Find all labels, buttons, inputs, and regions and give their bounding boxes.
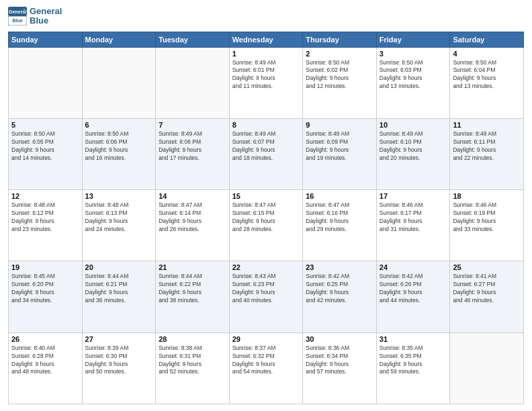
day-info: Sunrise: 8:47 AM Sunset: 6:16 PM Dayligh… [306, 201, 373, 234]
day-number: 13 [85, 192, 153, 200]
calendar-cell: 13Sunrise: 8:48 AM Sunset: 6:13 PM Dayli… [82, 190, 156, 261]
calendar-cell: 6Sunrise: 8:50 AM Sunset: 6:06 PM Daylig… [82, 118, 156, 189]
calendar-cell [450, 332, 524, 404]
day-number: 26 [11, 335, 79, 343]
day-info: Sunrise: 8:43 AM Sunset: 6:23 PM Dayligh… [232, 273, 300, 305]
day-number: 2 [306, 50, 373, 58]
day-info: Sunrise: 8:49 AM Sunset: 6:10 PM Dayligh… [380, 130, 447, 163]
calendar-cell: 25Sunrise: 8:41 AM Sunset: 6:27 PM Dayli… [450, 261, 524, 332]
day-info: Sunrise: 8:42 AM Sunset: 6:26 PM Dayligh… [380, 273, 447, 305]
logo-icon: General Blue [8, 7, 27, 26]
calendar-cell: 17Sunrise: 8:46 AM Sunset: 6:17 PM Dayli… [376, 190, 450, 261]
calendar-cell: 18Sunrise: 8:46 AM Sunset: 6:19 PM Dayli… [450, 190, 524, 261]
calendar-cell: 28Sunrise: 8:38 AM Sunset: 6:31 PM Dayli… [156, 332, 230, 404]
day-number: 24 [380, 263, 447, 271]
weekday-header-sunday: Sunday [9, 32, 83, 47]
calendar-cell: 29Sunrise: 8:37 AM Sunset: 6:32 PM Dayli… [229, 332, 303, 404]
day-info: Sunrise: 8:48 AM Sunset: 6:13 PM Dayligh… [85, 201, 153, 234]
day-number: 19 [11, 263, 79, 271]
day-number: 5 [11, 121, 79, 129]
day-number: 30 [306, 335, 373, 343]
weekday-header-tuesday: Tuesday [156, 32, 230, 47]
weekday-header-thursday: Thursday [303, 32, 377, 47]
calendar-cell: 4Sunrise: 8:50 AM Sunset: 6:04 PM Daylig… [450, 47, 524, 118]
calendar-cell: 12Sunrise: 8:48 AM Sunset: 6:12 PM Dayli… [9, 190, 83, 261]
day-info: Sunrise: 8:38 AM Sunset: 6:31 PM Dayligh… [159, 345, 226, 377]
day-info: Sunrise: 8:37 AM Sunset: 6:32 PM Dayligh… [232, 345, 300, 377]
day-number: 12 [11, 192, 79, 200]
calendar-cell [82, 47, 156, 118]
day-info: Sunrise: 8:49 AM Sunset: 6:07 PM Dayligh… [232, 130, 300, 163]
day-info: Sunrise: 8:45 AM Sunset: 6:20 PM Dayligh… [11, 273, 79, 305]
day-info: Sunrise: 8:47 AM Sunset: 6:14 PM Dayligh… [159, 201, 226, 234]
day-info: Sunrise: 8:39 AM Sunset: 6:30 PM Dayligh… [85, 345, 153, 377]
day-info: Sunrise: 8:50 AM Sunset: 6:05 PM Dayligh… [11, 130, 79, 163]
day-number: 27 [85, 335, 153, 343]
calendar-cell: 14Sunrise: 8:47 AM Sunset: 6:14 PM Dayli… [156, 190, 230, 261]
weekday-header-friday: Friday [376, 32, 450, 47]
calendar-cell: 16Sunrise: 8:47 AM Sunset: 6:16 PM Dayli… [303, 190, 377, 261]
day-info: Sunrise: 8:35 AM Sunset: 6:35 PM Dayligh… [380, 345, 447, 377]
calendar-cell: 31Sunrise: 8:35 AM Sunset: 6:35 PM Dayli… [376, 332, 450, 404]
day-number: 16 [306, 192, 373, 200]
week-row-4: 19Sunrise: 8:45 AM Sunset: 6:20 PM Dayli… [9, 261, 524, 332]
calendar-table: SundayMondayTuesdayWednesdayThursdayFrid… [8, 32, 524, 404]
calendar-cell: 9Sunrise: 8:49 AM Sunset: 6:09 PM Daylig… [303, 118, 377, 189]
day-number: 11 [453, 121, 521, 129]
svg-text:Blue: Blue [12, 19, 22, 24]
day-info: Sunrise: 8:44 AM Sunset: 6:22 PM Dayligh… [159, 273, 226, 305]
day-info: Sunrise: 8:36 AM Sunset: 6:34 PM Dayligh… [306, 345, 373, 377]
logo-general: General [30, 7, 62, 16]
calendar-cell: 20Sunrise: 8:44 AM Sunset: 6:21 PM Dayli… [82, 261, 156, 332]
day-number: 15 [232, 192, 300, 200]
calendar-cell: 10Sunrise: 8:49 AM Sunset: 6:10 PM Dayli… [376, 118, 450, 189]
calendar-cell: 19Sunrise: 8:45 AM Sunset: 6:20 PM Dayli… [9, 261, 83, 332]
day-number: 6 [85, 121, 153, 129]
weekday-header-saturday: Saturday [450, 32, 524, 47]
week-row-1: 1Sunrise: 8:49 AM Sunset: 6:01 PM Daylig… [9, 47, 524, 118]
calendar-cell: 26Sunrise: 8:40 AM Sunset: 6:28 PM Dayli… [9, 332, 83, 404]
week-row-5: 26Sunrise: 8:40 AM Sunset: 6:28 PM Dayli… [9, 332, 524, 404]
calendar-cell: 3Sunrise: 8:50 AM Sunset: 6:03 PM Daylig… [376, 47, 450, 118]
svg-text:General: General [9, 9, 26, 14]
day-number: 25 [453, 263, 521, 271]
calendar-cell: 7Sunrise: 8:49 AM Sunset: 6:06 PM Daylig… [156, 118, 230, 189]
day-info: Sunrise: 8:42 AM Sunset: 6:25 PM Dayligh… [306, 273, 373, 305]
day-info: Sunrise: 8:49 AM Sunset: 6:06 PM Dayligh… [159, 130, 226, 163]
logo: General Blue General Blue [8, 7, 62, 26]
day-number: 29 [232, 335, 300, 343]
calendar-cell: 2Sunrise: 8:50 AM Sunset: 6:02 PM Daylig… [303, 47, 377, 118]
day-info: Sunrise: 8:50 AM Sunset: 6:06 PM Dayligh… [85, 130, 153, 163]
week-row-2: 5Sunrise: 8:50 AM Sunset: 6:05 PM Daylig… [9, 118, 524, 189]
calendar-cell: 8Sunrise: 8:49 AM Sunset: 6:07 PM Daylig… [229, 118, 303, 189]
day-info: Sunrise: 8:49 AM Sunset: 6:09 PM Dayligh… [306, 130, 373, 163]
weekday-header-monday: Monday [82, 32, 156, 47]
weekday-header-row: SundayMondayTuesdayWednesdayThursdayFrid… [9, 32, 524, 47]
day-info: Sunrise: 8:50 AM Sunset: 6:02 PM Dayligh… [306, 59, 373, 91]
day-number: 17 [380, 192, 447, 200]
day-number: 20 [85, 263, 153, 271]
day-info: Sunrise: 8:46 AM Sunset: 6:17 PM Dayligh… [380, 201, 447, 234]
logo-blue: Blue [30, 16, 62, 26]
calendar-cell: 23Sunrise: 8:42 AM Sunset: 6:25 PM Dayli… [303, 261, 377, 332]
day-info: Sunrise: 8:48 AM Sunset: 6:12 PM Dayligh… [11, 201, 79, 234]
day-number: 3 [380, 50, 447, 58]
day-number: 8 [232, 121, 300, 129]
day-info: Sunrise: 8:50 AM Sunset: 6:03 PM Dayligh… [380, 59, 447, 91]
day-info: Sunrise: 8:50 AM Sunset: 6:04 PM Dayligh… [453, 59, 521, 91]
day-info: Sunrise: 8:44 AM Sunset: 6:21 PM Dayligh… [85, 273, 153, 305]
day-number: 4 [453, 50, 521, 58]
day-number: 10 [380, 121, 447, 129]
day-info: Sunrise: 8:41 AM Sunset: 6:27 PM Dayligh… [453, 273, 521, 305]
day-info: Sunrise: 8:40 AM Sunset: 6:28 PM Dayligh… [11, 345, 79, 377]
day-number: 9 [306, 121, 373, 129]
day-info: Sunrise: 8:47 AM Sunset: 6:15 PM Dayligh… [232, 201, 300, 234]
calendar-cell [9, 47, 83, 118]
calendar-cell: 30Sunrise: 8:36 AM Sunset: 6:34 PM Dayli… [303, 332, 377, 404]
calendar-cell [156, 47, 230, 118]
day-number: 22 [232, 263, 300, 271]
day-info: Sunrise: 8:46 AM Sunset: 6:19 PM Dayligh… [453, 201, 521, 234]
day-number: 14 [159, 192, 226, 200]
day-number: 23 [306, 263, 373, 271]
day-number: 28 [159, 335, 226, 343]
